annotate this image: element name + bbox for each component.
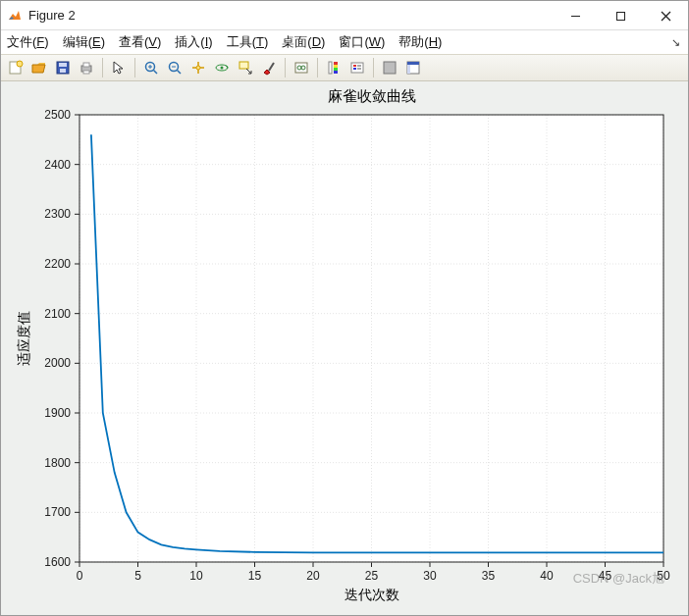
svg-point-5 — [17, 61, 23, 67]
window-controls — [553, 1, 688, 29]
svg-rect-28 — [334, 62, 338, 65]
svg-line-17 — [178, 71, 182, 75]
matlab-icon — [7, 8, 23, 24]
x-tick-label: 40 — [540, 569, 554, 583]
x-tick-label: 45 — [599, 569, 612, 583]
zoom-out-icon[interactable] — [164, 57, 186, 78]
toolbar-separator — [317, 58, 318, 77]
y-tick-label: 2100 — [44, 307, 71, 321]
chart-title: 麻雀收敛曲线 — [328, 87, 416, 104]
y-tick-label: 1800 — [44, 456, 71, 470]
x-tick-label: 5 — [134, 569, 141, 583]
brush-icon[interactable] — [258, 57, 280, 78]
menu-d[interactable]: 桌面(D) — [282, 33, 325, 51]
toolbar — [1, 54, 688, 81]
rotate-3d-icon[interactable] — [211, 57, 233, 78]
y-tick-label: 1900 — [44, 406, 71, 420]
svg-rect-37 — [384, 62, 396, 74]
minimize-button[interactable] — [553, 1, 598, 30]
menu-f[interactable]: 文件(F) — [7, 33, 49, 51]
y-tick-label: 2300 — [44, 207, 71, 221]
svg-rect-39 — [407, 62, 419, 65]
maximize-button[interactable] — [598, 1, 643, 30]
svg-rect-22 — [239, 62, 248, 69]
menu-h[interactable]: 帮助(H) — [398, 33, 442, 51]
x-tick-label: 50 — [657, 569, 670, 583]
svg-rect-11 — [83, 71, 89, 74]
menu-i[interactable]: 插入(I) — [175, 33, 212, 51]
svg-point-21 — [221, 67, 224, 70]
axes[interactable]: 0510152025303540455016001700180019002000… — [11, 85, 678, 607]
y-tick-label: 2400 — [44, 158, 71, 172]
x-axis-label: 迭代次数 — [344, 587, 399, 602]
svg-rect-30 — [334, 68, 338, 71]
svg-rect-1 — [616, 12, 624, 20]
titlebar: Figure 2 — [1, 1, 688, 30]
link-plot-icon[interactable] — [291, 57, 312, 78]
svg-line-13 — [154, 71, 158, 75]
x-tick-label: 0 — [77, 569, 83, 583]
hide-plot-tools-icon[interactable] — [379, 57, 400, 78]
x-tick-label: 10 — [189, 569, 203, 583]
dock-arrow-icon[interactable]: ↘ — [671, 36, 680, 49]
y-tick-label: 2200 — [44, 257, 71, 271]
svg-rect-29 — [334, 65, 338, 68]
show-plot-tools-icon[interactable] — [402, 57, 424, 78]
toolbar-separator — [134, 58, 135, 77]
toolbar-separator — [285, 58, 286, 77]
toolbar-separator — [102, 58, 103, 77]
new-figure-icon[interactable] — [5, 57, 26, 78]
svg-rect-40 — [407, 65, 410, 74]
pan-icon[interactable] — [187, 57, 209, 78]
svg-rect-10 — [83, 63, 89, 67]
menu-w[interactable]: 窗口(W) — [339, 33, 385, 51]
svg-rect-32 — [351, 63, 363, 73]
y-tick-label: 1600 — [44, 555, 71, 569]
print-icon[interactable] — [76, 57, 97, 78]
menu-t[interactable]: 工具(T) — [227, 33, 269, 51]
insert-legend-icon[interactable] — [346, 57, 368, 78]
y-tick-label: 1700 — [44, 505, 71, 519]
toolbar-separator — [373, 58, 374, 77]
pointer-icon[interactable] — [108, 57, 130, 78]
svg-point-19 — [196, 66, 200, 70]
svg-rect-8 — [60, 69, 66, 73]
close-button[interactable] — [643, 1, 688, 30]
figure-area: 0510152025303540455016001700180019002000… — [1, 81, 688, 615]
y-tick-label: 2500 — [44, 108, 71, 122]
svg-rect-31 — [334, 71, 338, 74]
save-icon[interactable] — [52, 57, 74, 78]
svg-rect-27 — [329, 62, 332, 74]
data-cursor-icon[interactable] — [235, 57, 256, 78]
plot-svg: 0510152025303540455016001700180019002000… — [11, 85, 678, 607]
insert-colorbar-icon[interactable] — [323, 57, 344, 78]
x-tick-label: 30 — [423, 569, 437, 583]
menu-v[interactable]: 查看(V) — [119, 33, 161, 51]
x-tick-label: 35 — [482, 569, 496, 583]
x-tick-label: 20 — [306, 569, 320, 583]
y-tick-label: 2000 — [44, 356, 71, 370]
menu-e[interactable]: 编辑(E) — [63, 33, 105, 51]
window-title: Figure 2 — [28, 8, 76, 23]
x-tick-label: 25 — [365, 569, 379, 583]
svg-rect-7 — [59, 63, 67, 67]
x-tick-label: 15 — [248, 569, 262, 583]
zoom-in-icon[interactable] — [140, 57, 162, 78]
figure-window: Figure 2 文件(F)编辑(E)查看(V)插入(I)工具(T)桌面(D)窗… — [0, 0, 689, 616]
open-icon[interactable] — [28, 57, 50, 78]
menubar: 文件(F)编辑(E)查看(V)插入(I)工具(T)桌面(D)窗口(W)帮助(H)… — [1, 30, 688, 54]
y-axis-label: 适应度值 — [16, 311, 31, 366]
svg-line-23 — [269, 63, 274, 71]
